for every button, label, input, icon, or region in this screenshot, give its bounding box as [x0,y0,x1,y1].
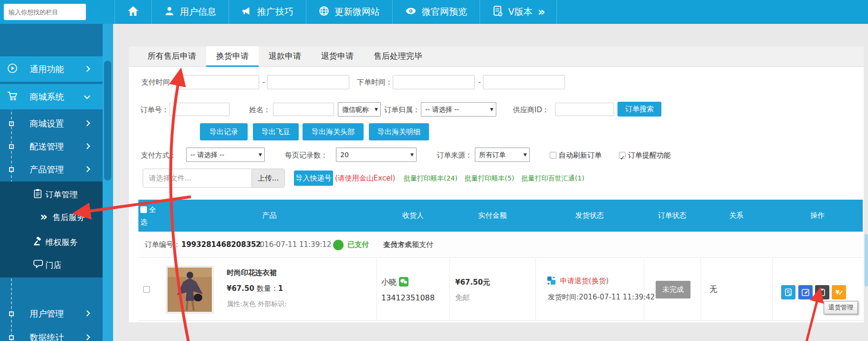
nav-version[interactable]: V版本 » [480,0,557,24]
order-belong-select[interactable]: -- 请选择 -- ▼ [421,102,496,117]
sidebar-item-store[interactable]: 门店 [0,254,103,277]
page-size-select[interactable]: 20 ▼ [336,148,417,162]
sidebar-item-data-statistics[interactable]: 数据统计 [0,326,103,341]
chevron-right-icon [84,65,90,72]
ship-status-line1[interactable]: 申请退货(换货) [547,276,609,287]
globe-icon [319,6,329,18]
page-size-label: 每页记录数 : [285,148,325,162]
order-time-end-input[interactable] [483,75,565,89]
order-source-select[interactable]: 所有订单 ▼ [475,148,530,162]
pay-time-start-input[interactable] [177,75,259,89]
cell-divider [535,258,536,321]
nav-label: 用户信息 [180,6,216,18]
sidebar-item-after-sales-service[interactable]: » 售后服务 [0,206,103,229]
sidebar-submenu-panel: 订单管理 » 售后服务 维权服务 门店 [0,181,103,277]
upload-button[interactable]: 上传... [251,169,284,187]
nav-update-site[interactable]: 更新微网站 [306,0,393,24]
sidebar-item-label: 维权服务 [45,237,78,248]
nickname-select[interactable]: 微信昵称 ▼ [338,102,381,117]
batch-print-sf24-link[interactable]: 批量打印顺丰(24) [404,174,458,182]
sidebar-item-mall-settings[interactable]: 商城设置 [0,112,103,135]
double-chevron-icon: » [538,5,544,19]
sidebar-scrollbar[interactable] [103,24,113,341]
row-checkbox[interactable] [143,286,150,293]
search-icon[interactable] [92,7,102,17]
order-detail-icon[interactable] [781,285,795,299]
home-icon [127,5,139,19]
sidebar-item-user-management[interactable]: 用户管理 [0,302,103,325]
sidebar-item-rights-service[interactable]: 维权服务 [0,231,103,254]
export-feidou-button[interactable]: 导出飞豆 [253,123,299,140]
tab-return-request[interactable]: 退货申请 [311,46,364,67]
auto-refresh-checkbox[interactable] [550,152,556,159]
select-all-checkbox[interactable] [140,206,147,213]
chevron-down-icon [84,93,90,99]
send-order-icon[interactable] [798,285,813,299]
product-image[interactable] [166,266,213,313]
order-time-start-input[interactable] [393,75,475,89]
doc-gear-icon [492,5,503,19]
nav-label: 推广技巧 [257,6,293,18]
select-all-cell[interactable]: 全选 [140,203,162,228]
sidebar-item-label: 商城设置 [30,118,64,129]
sidebar-item-mall-system[interactable]: 商城系统 [0,84,103,109]
col-header-receiver: 收货人 [376,200,450,232]
paid-check-icon: ✓ [333,240,344,250]
cart-icon [7,91,19,103]
sidebar-item-common-functions[interactable]: 通用功能 [0,56,103,82]
sidebar-item-product-management[interactable]: 产品管理 [0,158,103,181]
sidebar-item-label: 门店 [45,260,62,271]
nav-home[interactable] [115,0,152,24]
export-customs-detail-button[interactable]: 导出海关明细 [369,123,429,140]
order-no-input[interactable] [169,103,230,116]
nav-promo-tips[interactable]: 推广技巧 [229,0,306,24]
select-arrow-icon: ▼ [523,148,527,161]
nav-user-info[interactable]: 用户信息 [152,0,229,24]
pay-method-value: 会员卡余额支付 [383,232,433,258]
tab-refund-request[interactable]: 退款申请 [259,46,311,67]
pay-method-select[interactable]: -- 请选择 -- ▼ [186,148,265,162]
search-input[interactable] [4,9,92,16]
nav-site-preview[interactable]: 微官网预览 [393,0,480,24]
order-search-button[interactable]: 订单搜索 [617,102,661,117]
auto-refresh-label: 自动刷新订单 [559,151,602,160]
chevron-right-icon [84,334,90,341]
pay-time-end-input[interactable] [267,75,349,89]
name-input[interactable] [273,103,334,116]
sidebar-item-delivery-management[interactable]: 配送管理 [0,135,103,158]
order-belong-label: 订单归属 : [384,103,418,117]
export-customs-header-button[interactable]: 导出海关头部 [303,123,364,140]
tab-bar: 所有售后申请 换货申请 退款申请 退货申请 售后处理完毕 [129,46,864,67]
order-remind-option[interactable]: 订单提醒功能 [619,148,671,162]
order-source-label: 订单来源 : [437,148,470,162]
file-select-box[interactable]: 请选择文件... 上传... [143,169,285,188]
tab-exchange-request[interactable]: 换货申请 [206,46,259,67]
order-remind-checkbox[interactable] [619,152,626,159]
sidebar-item-label: 售后服务 [52,212,85,223]
supplier-input[interactable] [555,103,614,116]
batch-print-best-link[interactable]: 批量打印百世汇通(1) [522,174,585,182]
chevron-right-icon [84,120,90,127]
cell-divider [772,258,773,321]
tab-after-sales-done[interactable]: 售后处理完毕 [364,46,432,67]
product-title[interactable]: 时尚印花连衣裙 [227,268,277,277]
auto-refresh-option[interactable]: 自动刷新订单 [550,148,602,162]
import-tracking-button[interactable]: 导入快递号 [294,170,333,186]
receiver-name-text: 小晓 [381,277,397,287]
chevron-right-icon [84,143,90,149]
tab-all-after-sales[interactable]: 所有售后申请 [137,46,206,67]
dash: - [478,75,481,89]
price-edit-icon[interactable]: ¥ [832,285,846,299]
paid-amount: ¥67.50元 [455,278,490,287]
export-records-button[interactable]: 导出记录 [200,123,248,140]
sidebar-scrollbar-thumb[interactable] [104,61,111,181]
sidebar-item-label: 订单管理 [45,189,78,200]
batch-print-sf5-link[interactable]: 批量打印顺丰(5) [465,174,514,182]
clipboard-icon [33,189,42,200]
page-scrollbar-thumb[interactable] [865,234,868,287]
sidebar-item-order-management-sub[interactable]: 订单管理 [0,183,103,206]
square-bullet-icon [9,335,14,340]
col-header-actions: 操作 [772,200,863,232]
return-management-icon[interactable] [815,285,829,299]
file-placeholder: 请选择文件... [149,169,191,187]
